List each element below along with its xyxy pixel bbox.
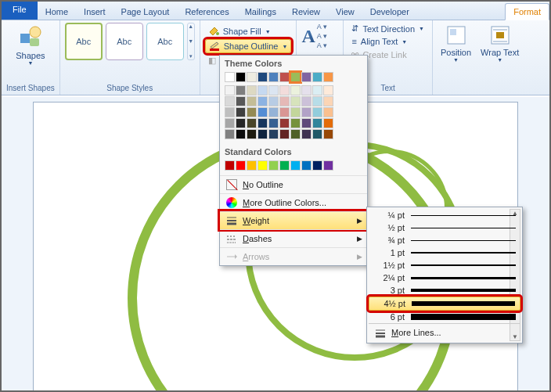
weight-item[interactable]: Weight ▶ [220, 211, 367, 229]
shape-outline-button[interactable]: Shape Outline ▼ [205, 39, 292, 53]
style-preset-3[interactable]: Abc [146, 23, 184, 60]
theme-shade-swatch[interactable] [312, 118, 322, 128]
theme-shade-swatch[interactable] [257, 129, 268, 139]
text-effects-button[interactable]: A ▾ [317, 41, 327, 49]
weight-option[interactable]: ¾ pt [369, 234, 520, 246]
standard-color-swatch[interactable] [268, 160, 279, 171]
theme-shade-swatch[interactable] [268, 118, 279, 128]
standard-color-swatch[interactable] [301, 160, 312, 171]
standard-color-swatch[interactable] [225, 160, 235, 171]
tab-references[interactable]: References [177, 4, 236, 20]
theme-shade-swatch[interactable] [323, 107, 333, 117]
theme-shade-swatch[interactable] [225, 85, 235, 95]
theme-shade-swatch[interactable] [247, 107, 257, 117]
theme-shade-swatch[interactable] [290, 96, 301, 106]
theme-shade-swatch[interactable] [268, 85, 279, 95]
theme-shade-swatch[interactable] [301, 96, 312, 106]
tab-format[interactable]: Format [505, 3, 549, 20]
theme-shade-swatch[interactable] [236, 96, 246, 106]
theme-shade-swatch[interactable] [225, 96, 235, 106]
theme-shade-swatch[interactable] [257, 107, 268, 117]
more-colors-item[interactable]: More Outline Colors... [220, 193, 367, 211]
theme-shade-swatch[interactable] [225, 129, 235, 139]
theme-color-swatch[interactable] [268, 72, 279, 82]
theme-color-swatch[interactable] [312, 72, 322, 82]
theme-shade-swatch[interactable] [301, 118, 312, 128]
dashes-item[interactable]: Dashes ▶ [220, 229, 367, 247]
align-text-button[interactable]: ≡Align Text▼ [348, 36, 427, 47]
tab-file[interactable]: File [2, 1, 38, 20]
tab-insert[interactable]: Insert [76, 4, 113, 20]
weight-option[interactable]: ¼ pt [369, 209, 520, 221]
theme-shade-swatch[interactable] [312, 129, 322, 139]
theme-color-swatch[interactable] [279, 72, 290, 82]
text-outline-button[interactable]: A ▾ [317, 32, 327, 40]
wordart-preset[interactable]: A [301, 26, 315, 47]
standard-color-swatch[interactable] [247, 160, 257, 171]
standard-color-swatch[interactable] [236, 160, 246, 171]
theme-shade-swatch[interactable] [268, 107, 279, 117]
text-direction-button[interactable]: ⇵Text Direction▼ [348, 23, 427, 34]
more-lines-item[interactable]: More Lines... [369, 323, 520, 341]
theme-color-swatch[interactable] [236, 72, 246, 82]
theme-color-swatch[interactable] [290, 72, 301, 82]
style-preset-2[interactable]: Abc [106, 23, 143, 60]
theme-shade-swatch[interactable] [247, 96, 257, 106]
theme-shade-swatch[interactable] [236, 107, 246, 117]
weight-option[interactable]: 6 pt [369, 311, 520, 323]
theme-shade-swatch[interactable] [323, 96, 333, 106]
gallery-scroll[interactable]: ▲▼▾ [187, 23, 195, 60]
standard-color-swatch[interactable] [290, 160, 301, 171]
theme-shade-swatch[interactable] [225, 118, 235, 128]
standard-color-swatch[interactable] [312, 160, 322, 171]
standard-color-swatch[interactable] [257, 160, 268, 171]
standard-color-swatch[interactable] [279, 160, 290, 171]
theme-shade-swatch[interactable] [301, 129, 312, 139]
weight-option[interactable]: 1½ pt [369, 259, 520, 272]
theme-shade-swatch[interactable] [257, 85, 268, 95]
weight-option[interactable]: 2¼ pt [369, 272, 520, 284]
tab-page-layout[interactable]: Page Layout [113, 4, 178, 20]
weight-option[interactable]: ½ pt [369, 221, 520, 234]
theme-shade-swatch[interactable] [290, 118, 301, 128]
position-button[interactable]: Position▼ [438, 23, 474, 64]
theme-color-swatch[interactable] [247, 72, 257, 82]
theme-shade-swatch[interactable] [257, 96, 268, 106]
no-outline-item[interactable]: No Outline [220, 175, 367, 193]
theme-shade-swatch[interactable] [290, 107, 301, 117]
tab-view[interactable]: View [328, 4, 362, 20]
tab-home[interactable]: Home [38, 4, 76, 20]
theme-shade-swatch[interactable] [290, 85, 301, 95]
theme-shade-swatch[interactable] [279, 129, 290, 139]
shapes-button[interactable]: Shapes ▼ [6, 23, 55, 67]
theme-shade-swatch[interactable] [312, 107, 322, 117]
theme-shade-swatch[interactable] [279, 85, 290, 95]
tab-review[interactable]: Review [284, 4, 328, 20]
theme-shade-swatch[interactable] [279, 96, 290, 106]
theme-color-swatch[interactable] [323, 72, 333, 82]
theme-shade-swatch[interactable] [312, 85, 322, 95]
wrap-text-button[interactable]: Wrap Text▼ [477, 23, 522, 64]
theme-shade-swatch[interactable] [257, 118, 268, 128]
theme-shade-swatch[interactable] [279, 118, 290, 128]
theme-shade-swatch[interactable] [323, 85, 333, 95]
theme-shade-swatch[interactable] [323, 129, 333, 139]
tab-mailings[interactable]: Mailings [237, 4, 284, 20]
shape-fill-button[interactable]: Shape Fill ▼ [205, 25, 292, 38]
theme-shade-swatch[interactable] [236, 118, 246, 128]
theme-shade-swatch[interactable] [290, 129, 301, 139]
style-preset-1[interactable]: Abc [65, 23, 103, 60]
theme-shade-swatch[interactable] [279, 107, 290, 117]
theme-color-swatch[interactable] [225, 72, 235, 82]
theme-shade-swatch[interactable] [301, 107, 312, 117]
theme-shade-swatch[interactable] [236, 129, 246, 139]
theme-shade-swatch[interactable] [225, 107, 235, 117]
theme-color-swatch[interactable] [301, 72, 312, 82]
weight-option[interactable]: 4½ pt [369, 297, 520, 311]
theme-shade-swatch[interactable] [268, 96, 279, 106]
theme-shade-swatch[interactable] [247, 118, 257, 128]
theme-color-swatch[interactable] [257, 72, 268, 82]
standard-color-swatch[interactable] [323, 160, 333, 171]
text-fill-button[interactable]: A ▾ [317, 23, 327, 31]
theme-shade-swatch[interactable] [301, 85, 312, 95]
